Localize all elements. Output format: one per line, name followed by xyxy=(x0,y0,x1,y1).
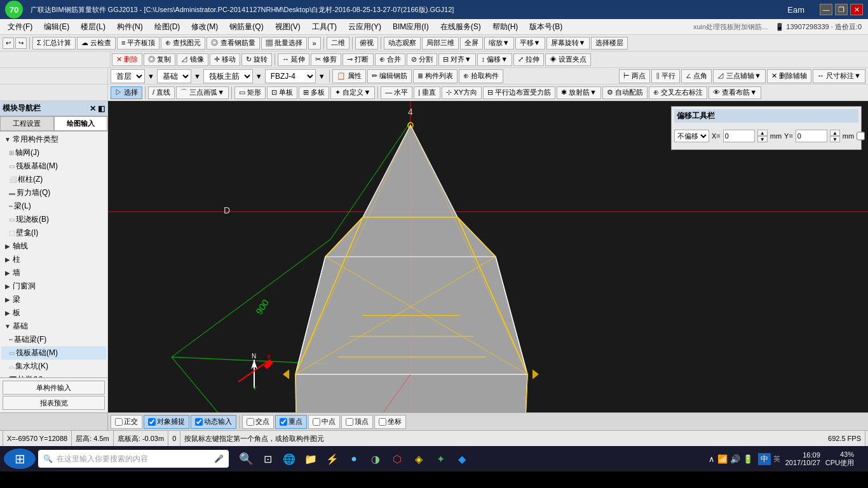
tb-zoom-button[interactable]: 缩放▼ xyxy=(484,37,514,50)
snap-dynamic-button[interactable]: 动态输入 xyxy=(191,415,236,429)
close-button[interactable]: ✕ xyxy=(850,4,863,15)
taskbar-app-1[interactable]: ⚡ xyxy=(323,449,342,468)
snap-orthogonal-check[interactable] xyxy=(115,418,123,426)
taskbar-app-5[interactable]: ◈ xyxy=(409,449,428,468)
floor-select[interactable]: 首层 xyxy=(111,69,145,83)
tb-summarize-button[interactable]: Σ 汇总计算 xyxy=(32,37,76,50)
tree-frame-col[interactable]: ⬜ 框柱(Z) xyxy=(1,173,106,186)
tb-copy-button[interactable]: ◎ 复制 xyxy=(144,53,175,66)
draw-parallel-rebar-button[interactable]: ⊟ 平行边布置受力筋 xyxy=(483,86,555,99)
tb-stretch-button[interactable]: ⤢ 拉伸 xyxy=(513,53,544,66)
draw-horizontal-button[interactable]: — 水平 xyxy=(381,86,412,99)
draw-auto-rebar-button[interactable]: ⚙ 自动配筋 xyxy=(602,86,648,99)
x-spin-down[interactable]: ▼ xyxy=(757,136,768,142)
tree-raft-found[interactable]: ▭ 筏板基础(M) xyxy=(1,159,106,173)
sys-icon-network[interactable]: 📶 xyxy=(717,454,728,464)
menu-view[interactable]: 视图(V) xyxy=(270,20,306,34)
tb-cloud-check-button[interactable]: ☁ 云检查 xyxy=(77,37,116,50)
snap-midpoint-button[interactable]: 中点 xyxy=(308,415,340,429)
tb-trim-button[interactable]: ✂ 修剪 xyxy=(311,53,341,66)
input-mode-label[interactable]: 英 xyxy=(773,454,780,464)
menu-tools[interactable]: 工具(T) xyxy=(307,20,342,34)
start-button[interactable]: ⊞ xyxy=(4,449,36,469)
tab-project-settings[interactable]: 工程设置 xyxy=(0,116,54,131)
taskbar-app-7[interactable]: ◆ xyxy=(452,449,471,468)
tb-screen-rotate-button[interactable]: 屏幕旋转▼ xyxy=(546,37,590,50)
menu-rebar-qty[interactable]: 钢筋量(Q) xyxy=(224,20,268,34)
tb-extend-button[interactable]: ↔ 延伸 xyxy=(278,53,309,66)
tree-common-types[interactable]: ▼ 常用构件类型 xyxy=(1,133,106,146)
snap-dynamic-check[interactable] xyxy=(195,418,203,426)
menu-online[interactable]: 在线服务(S) xyxy=(435,20,486,34)
taskbar-app-4[interactable]: ⬡ xyxy=(388,449,407,468)
tree-niche[interactable]: ⬚ 壁龛(I) xyxy=(1,226,106,240)
snap-intersect-check[interactable] xyxy=(247,418,254,426)
taskbar-app-explorer[interactable]: 📁 xyxy=(301,449,320,468)
dim-label-button[interactable]: ↔ 尺寸标注▼ xyxy=(813,69,865,83)
tb-2d-button[interactable]: 二维 xyxy=(327,37,349,50)
rebar-select[interactable]: 筏板主筋 xyxy=(203,69,253,83)
snap-endpoint-check[interactable] xyxy=(280,418,287,426)
tb-delete-button[interactable]: ✕ 删除 xyxy=(112,53,142,66)
menu-help[interactable]: 帮助(H) xyxy=(487,20,524,34)
canvas-area[interactable]: 900 xyxy=(108,101,868,412)
tree-shear-wall[interactable]: ▬ 剪力墙(Q) xyxy=(1,186,106,200)
delete-axis-button[interactable]: ✕ 删除辅轴 xyxy=(767,69,811,83)
tb-find-element-button[interactable]: ⊕ 查找图元 xyxy=(161,37,205,50)
tb-redo-button[interactable]: ↪ xyxy=(15,37,27,49)
three-point-axis-button[interactable]: ⊿ 三点辅轴▼ xyxy=(713,69,766,83)
menu-component[interactable]: 构件(N) xyxy=(112,20,148,34)
tb-level-top-button[interactable]: ≡ 平齐板顶 xyxy=(117,37,159,50)
offset-x-input[interactable] xyxy=(723,130,755,142)
point-angle-button[interactable]: ∠ 点角 xyxy=(681,69,712,83)
tb-move-button[interactable]: ✛ 移动 xyxy=(210,53,240,66)
taskbar-app-2[interactable]: ● xyxy=(344,449,363,468)
snap-intersect-button[interactable]: 交点 xyxy=(242,415,274,429)
menu-cloud[interactable]: 云应用(Y) xyxy=(343,20,386,34)
tb-pan-button[interactable]: 平移▼ xyxy=(515,37,545,50)
tb-expand-button[interactable]: » xyxy=(308,37,321,50)
tree-pedestal[interactable]: ⬛ 柱墩(V) xyxy=(1,373,106,377)
taskbar-app-cortana[interactable]: 🔍 xyxy=(236,449,255,468)
draw-arc-button[interactable]: ⌒ 三点画弧▼ xyxy=(176,86,229,99)
tb-batch-select-button[interactable]: ▦ 批量选择 xyxy=(261,37,307,50)
taskbar-time[interactable]: 16:09 2017/10/27 xyxy=(785,451,820,466)
snap-vertex-check[interactable] xyxy=(346,418,353,426)
tree-beam-group[interactable]: ▶ 梁 xyxy=(1,293,106,306)
sys-icon-sound[interactable]: 🔊 xyxy=(730,454,740,464)
tree-foundation-beam[interactable]: ━ 基础梁(F) xyxy=(1,333,106,346)
draw-custom-button[interactable]: ✦ 自定义▼ xyxy=(330,86,375,99)
tb-select-floor-button[interactable]: 选择楼层 xyxy=(591,37,628,50)
snap-midpoint-check[interactable] xyxy=(313,418,320,426)
component-list-button[interactable]: ≣ 构件列表 xyxy=(413,69,458,83)
rotate-checkbox[interactable] xyxy=(857,132,865,140)
snap-object-button[interactable]: 对象捕捉 xyxy=(144,415,189,429)
minimize-button[interactable]: — xyxy=(820,4,832,15)
type-select[interactable]: 基础 xyxy=(157,69,191,83)
tb-undo-button[interactable]: ↩ xyxy=(3,37,14,49)
offset-mode-select[interactable]: 不偏移 xyxy=(674,130,709,142)
tb-view-top-button[interactable]: 俯视 xyxy=(355,37,378,50)
y-spin-down[interactable]: ▼ xyxy=(830,136,840,142)
tb-view-rebar-button[interactable]: ◎ 查看钢筋量 xyxy=(207,37,259,50)
snap-object-check[interactable] xyxy=(148,418,156,426)
two-point-button[interactable]: ⊢ 两点 xyxy=(619,69,650,83)
tb-local-3d-button[interactable]: 局部三维 xyxy=(422,37,459,50)
draw-cross-label-button[interactable]: ⊕ 交叉左右标注 xyxy=(649,86,707,99)
report-preview-button[interactable]: 报表预览 xyxy=(3,396,105,410)
snap-endpoint-button[interactable]: 重点 xyxy=(275,415,307,429)
draw-radial-button[interactable]: ✱ 放射筋▼ xyxy=(557,86,601,99)
draw-xy-button[interactable]: ⊹ XY方向 xyxy=(442,86,482,99)
tb-break-button[interactable]: ⊸ 打断 xyxy=(342,53,373,66)
property-button[interactable]: 📋 属性 xyxy=(332,69,366,83)
snap-orthogonal-button[interactable]: 正交 xyxy=(111,415,142,429)
taskbar-app-task-view[interactable]: ⊡ xyxy=(258,449,277,468)
draw-select-button[interactable]: ▷ 选择 xyxy=(111,86,142,99)
tb-align-button[interactable]: ⊟ 对齐▼ xyxy=(438,53,476,66)
draw-view-rebar-button[interactable]: 👁 查看布筋▼ xyxy=(709,86,761,99)
draw-vertical-button[interactable]: | 垂直 xyxy=(414,86,440,99)
tree-sump[interactable]: ⌓ 集水坑(K) xyxy=(1,360,106,373)
tb-merge-button[interactable]: ⊕ 合并 xyxy=(375,53,405,66)
input-lang-label[interactable]: 中 xyxy=(758,453,771,465)
draw-multi-slab-button[interactable]: ⊞ 多板 xyxy=(299,86,329,99)
